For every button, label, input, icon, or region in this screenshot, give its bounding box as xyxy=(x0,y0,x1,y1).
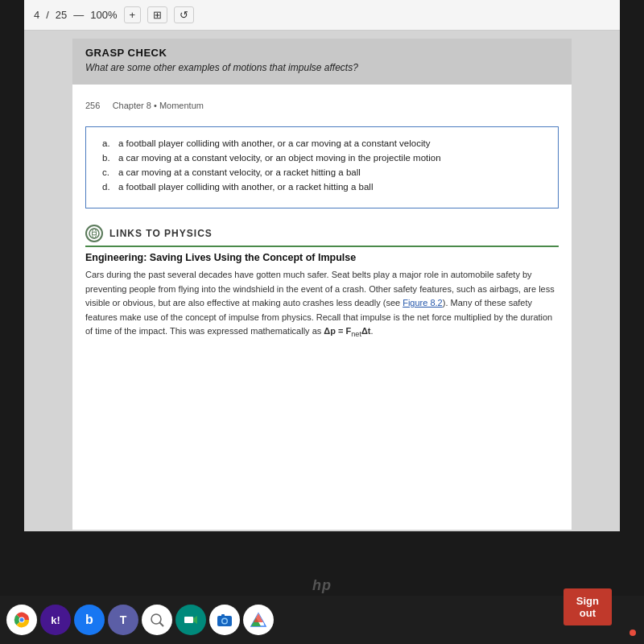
choice-letter-b: b. xyxy=(102,153,114,163)
svg-point-5 xyxy=(151,614,161,624)
links-body: Cars during the past several decades hav… xyxy=(85,268,559,341)
rotate-button[interactable]: ↺ xyxy=(174,6,194,23)
toolbar-dash: — xyxy=(73,9,84,21)
chapter-title: Chapter 8 • Momentum xyxy=(113,101,204,110)
zoom-level: 100% xyxy=(90,9,117,21)
hp-logo: hp xyxy=(312,577,332,594)
links-header: LINKS TO PHYSICS xyxy=(85,225,559,247)
choice-text-a: a football player colliding with another… xyxy=(118,138,430,148)
sign-out-button[interactable]: Sign out xyxy=(564,588,612,625)
choice-letter-d: d. xyxy=(102,182,114,192)
taskbar-search-icon[interactable] xyxy=(142,605,172,635)
links-subtitle: Engineering: Saving Lives Using the Conc… xyxy=(85,252,559,263)
links-icon xyxy=(85,225,103,242)
answer-choice-d: d. a football player colliding with anot… xyxy=(102,182,542,192)
taskbar: k! b T xyxy=(0,596,644,644)
grasp-check-question: What are some other examples of motions … xyxy=(85,62,559,73)
choice-letter-a: a. xyxy=(102,138,114,148)
page-number-row: 256 Chapter 8 • Momentum xyxy=(85,101,559,110)
answer-choice-c: c. a car moving at a constant velocity, … xyxy=(102,167,542,177)
taskbar-right: Sign out xyxy=(630,630,636,636)
hp-text: hp xyxy=(312,577,332,593)
svg-marker-8 xyxy=(193,616,197,624)
taskbar-teams-icon[interactable]: T xyxy=(108,605,138,635)
answer-choice-b: b. a car moving at a constant velocity, … xyxy=(102,153,542,163)
svg-rect-12 xyxy=(221,614,225,617)
svg-point-11 xyxy=(223,619,227,623)
pdf-content: GRASP CHECK What are some other examples… xyxy=(24,31,620,531)
page-current: 4 xyxy=(34,9,39,21)
page-separator: / xyxy=(46,9,49,21)
svg-point-0 xyxy=(89,229,99,238)
page-body: 256 Chapter 8 • Momentum a. a football p… xyxy=(72,85,572,357)
grasp-check-title: GRASP CHECK xyxy=(85,47,559,59)
notification-dot xyxy=(630,630,636,636)
pdf-toolbar: 4 / 25 — 100% + ⊞ ↺ xyxy=(24,0,620,31)
choice-text-b: a car moving at a constant velocity, or … xyxy=(118,153,441,163)
choice-text-c: a car moving at a constant velocity, or … xyxy=(118,167,361,177)
grasp-check-section: GRASP CHECK What are some other examples… xyxy=(72,39,572,85)
pdf-page: GRASP CHECK What are some other examples… xyxy=(72,39,572,530)
taskbar-drive-icon[interactable] xyxy=(243,605,274,635)
answer-choice-a: a. a football player colliding with anot… xyxy=(102,138,542,148)
svg-point-4 xyxy=(20,618,24,622)
taskbar-meet-icon[interactable] xyxy=(175,605,206,635)
svg-rect-7 xyxy=(184,617,193,623)
taskbar-chrome-icon[interactable] xyxy=(6,605,37,635)
choice-text-d: a football player colliding with another… xyxy=(118,182,373,192)
taskbar-camera-icon[interactable] xyxy=(209,605,240,635)
svg-line-6 xyxy=(160,623,164,627)
zoom-plus-button[interactable]: + xyxy=(124,6,142,23)
taskbar-bookmarks-icon[interactable]: b xyxy=(74,605,105,635)
answer-choices-box: a. a football player colliding with anot… xyxy=(85,126,559,208)
taskbar-kahoot-icon[interactable]: k! xyxy=(40,605,71,635)
links-title: LINKS TO PHYSICS xyxy=(109,228,213,239)
choice-letter-c: c. xyxy=(102,167,114,177)
figure-link[interactable]: Figure 8.2 xyxy=(402,298,443,308)
svg-point-1 xyxy=(93,229,97,238)
right-panel xyxy=(620,31,644,562)
page-total: 25 xyxy=(56,9,67,21)
fit-page-button[interactable]: ⊞ xyxy=(147,6,167,23)
links-to-physics-section: LINKS TO PHYSICS Engineering: Saving Liv… xyxy=(85,225,559,341)
page-number: 256 xyxy=(85,101,100,110)
